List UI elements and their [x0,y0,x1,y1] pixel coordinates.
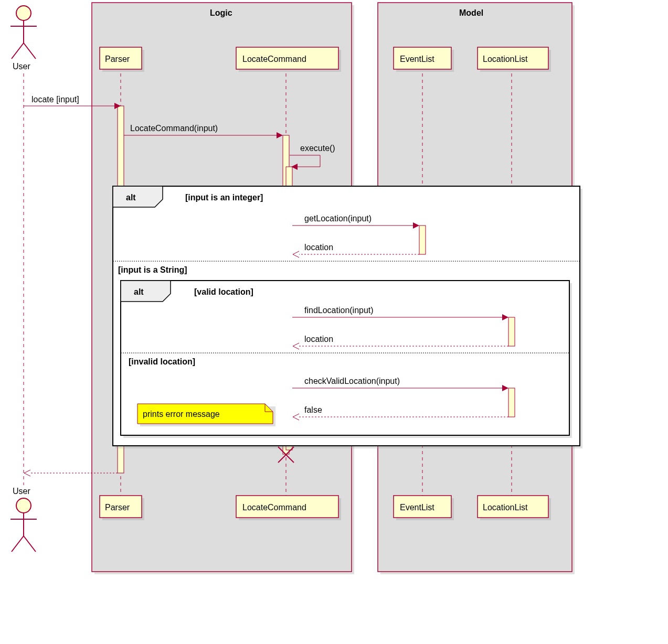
alt-inner-guard2: [invalid location] [129,357,195,366]
svg-point-27 [16,498,31,513]
eventlist-label-top: EventList [400,55,434,63]
activation-locationlist1 [508,317,515,346]
actor-user-bottom: User [10,487,37,552]
logic-title: Logic [210,8,232,17]
eventlist-label-bottom: EventList [400,503,434,512]
locatecommand-label-top: LocateCommand [242,55,306,63]
msg-location2: location [304,335,333,344]
alt-outer-label-bg [113,186,163,207]
msg-false: false [304,405,322,414]
msg-locate: locate [input] [31,95,79,104]
actor-label-bottom: User [13,487,30,496]
actor-user-top: User [10,6,37,71]
alt-outer-guard2: [input is a String] [118,265,187,274]
msg-location1: location [304,243,333,252]
alt-inner-label: alt [134,287,144,296]
activation-eventlist [419,226,426,254]
svg-line-30 [12,536,24,552]
svg-line-3 [12,43,24,59]
svg-point-0 [16,6,31,20]
note-text: prints error message [143,410,220,418]
locatecommand-label-bottom: LocateCommand [242,503,306,512]
msg-getlocation: getLocation(input) [304,214,372,223]
parser-label-bottom: Parser [105,503,130,512]
msg-execute: execute() [300,144,335,153]
alt-inner-guard1: [valid location] [194,287,253,296]
alt-outer-guard1: [input is an integer] [185,193,263,202]
locationlist-label-bottom: LocationList [483,503,528,512]
activation-locationlist2 [508,388,515,417]
parser-label-top: Parser [105,55,130,63]
sequence-diagram: Logic Model User Parser LocateCommand Ev… [0,0,668,644]
svg-line-31 [24,536,36,552]
alt-inner-label-bg [121,281,171,302]
msg-locatecommand: LocateCommand(input) [130,124,218,133]
actor-label-top: User [13,62,30,71]
locationlist-label-top: LocationList [483,55,528,63]
svg-line-4 [24,43,36,59]
model-title: Model [459,8,483,17]
alt-outer-label: alt [126,193,136,202]
msg-findlocation: findLocation(input) [304,306,374,315]
msg-checkvalid: checkValidLocation(input) [304,377,400,385]
